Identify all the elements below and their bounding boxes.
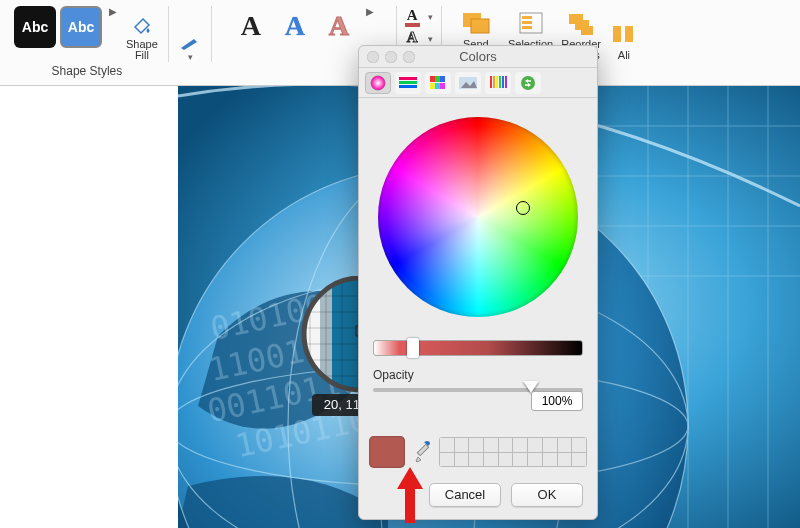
- shape-fill-label: Shape Fill: [126, 39, 158, 62]
- group-shape-line: ▾: [171, 6, 209, 62]
- tab-image-palettes[interactable]: [455, 72, 481, 94]
- current-color-swatch[interactable]: [369, 436, 405, 468]
- text-fill-button[interactable]: A▾: [405, 8, 433, 27]
- opacity-input[interactable]: 100%: [531, 391, 583, 411]
- separator: [168, 6, 169, 62]
- svg-rect-57: [440, 76, 445, 82]
- pen-icon: [179, 37, 201, 51]
- svg-rect-1: [471, 19, 489, 33]
- opacity-label: Opacity: [373, 368, 583, 382]
- align-button[interactable]: Ali: [607, 6, 641, 62]
- align-icon: [609, 22, 639, 48]
- color-wheel-cursor[interactable]: [516, 201, 530, 215]
- tab-color-palettes[interactable]: [425, 72, 451, 94]
- group-label-shape-styles: Shape Styles: [52, 64, 123, 78]
- shape-outline-button[interactable]: ▾: [177, 6, 203, 62]
- svg-rect-65: [496, 76, 498, 88]
- svg-rect-4: [522, 21, 532, 24]
- cancel-button[interactable]: Cancel: [429, 483, 501, 507]
- svg-marker-71: [397, 467, 423, 523]
- eyedropper-icon: [413, 439, 433, 465]
- chevron-down-icon: ▾: [428, 35, 433, 44]
- group-text-fill-outline: A▾ A▾: [399, 6, 439, 49]
- wordart-style-1[interactable]: A: [231, 6, 271, 46]
- send-backward-icon: [461, 11, 491, 37]
- svg-rect-55: [430, 76, 435, 82]
- svg-rect-56: [435, 76, 440, 82]
- svg-rect-53: [399, 81, 417, 84]
- color-wheel-area[interactable]: [359, 98, 597, 336]
- svg-rect-67: [502, 76, 504, 88]
- group-shape-styles: Abc Abc ▶ Shape Fill Shape Styles: [8, 6, 166, 78]
- svg-rect-10: [625, 26, 633, 42]
- color-wheel[interactable]: [378, 117, 578, 317]
- wordart-style-3[interactable]: A: [319, 6, 359, 46]
- color-panel-tabs: [359, 68, 597, 98]
- align-label: Ali: [618, 50, 630, 62]
- svg-rect-8: [581, 26, 593, 35]
- chevron-down-icon: ▾: [428, 13, 433, 22]
- svg-rect-59: [435, 83, 440, 89]
- chevron-down-icon: ▾: [188, 53, 193, 62]
- tab-color-sliders[interactable]: [395, 72, 421, 94]
- selection-pane-icon: [516, 11, 546, 37]
- brightness-slider[interactable]: [373, 340, 583, 356]
- svg-rect-3: [522, 16, 532, 19]
- shape-style-preset-dark[interactable]: Abc: [14, 6, 56, 48]
- reorder-objects-icon: [566, 11, 596, 37]
- brightness-slider-thumb[interactable]: [407, 338, 419, 358]
- image-icon: [459, 77, 477, 89]
- text-fill-icon: A: [405, 8, 420, 27]
- svg-rect-9: [613, 26, 621, 42]
- svg-point-69: [521, 76, 535, 90]
- palette-icon: [430, 76, 446, 90]
- svg-rect-52: [399, 77, 417, 80]
- color-wheel-icon: [370, 75, 386, 91]
- svg-rect-70: [417, 444, 428, 455]
- pencils-icon: [489, 76, 507, 90]
- svg-rect-54: [399, 85, 417, 88]
- annotation-arrow: [395, 467, 425, 527]
- color-panel-titlebar[interactable]: Colors: [359, 46, 597, 68]
- separator: [211, 6, 212, 62]
- eyedropper-button[interactable]: [413, 439, 431, 465]
- svg-rect-64: [493, 76, 495, 88]
- color-panel: Colors Opacity 1: [358, 45, 598, 520]
- ok-button[interactable]: OK: [511, 483, 583, 507]
- wordart-gallery-caret[interactable]: ▶: [363, 6, 377, 17]
- svg-rect-58: [430, 83, 435, 89]
- paint-bucket-icon: [131, 15, 153, 37]
- swatch-wells[interactable]: [439, 437, 587, 467]
- swap-icon: [520, 75, 536, 91]
- svg-rect-5: [522, 26, 532, 29]
- svg-rect-60: [440, 83, 445, 89]
- sliders-icon: [399, 77, 417, 89]
- wordart-style-2[interactable]: A: [275, 6, 315, 46]
- svg-point-51: [371, 76, 385, 90]
- svg-rect-63: [490, 76, 492, 88]
- shape-style-gallery-caret[interactable]: ▶: [106, 6, 120, 17]
- shape-fill-button[interactable]: Shape Fill: [124, 6, 160, 62]
- svg-rect-68: [505, 76, 507, 88]
- tab-color-wheel[interactable]: [365, 72, 391, 94]
- color-panel-title: Colors: [359, 49, 597, 64]
- svg-rect-66: [499, 76, 501, 88]
- tab-more-colors[interactable]: [515, 72, 541, 94]
- tab-pencils[interactable]: [485, 72, 511, 94]
- shape-style-preset-blue[interactable]: Abc: [60, 6, 102, 48]
